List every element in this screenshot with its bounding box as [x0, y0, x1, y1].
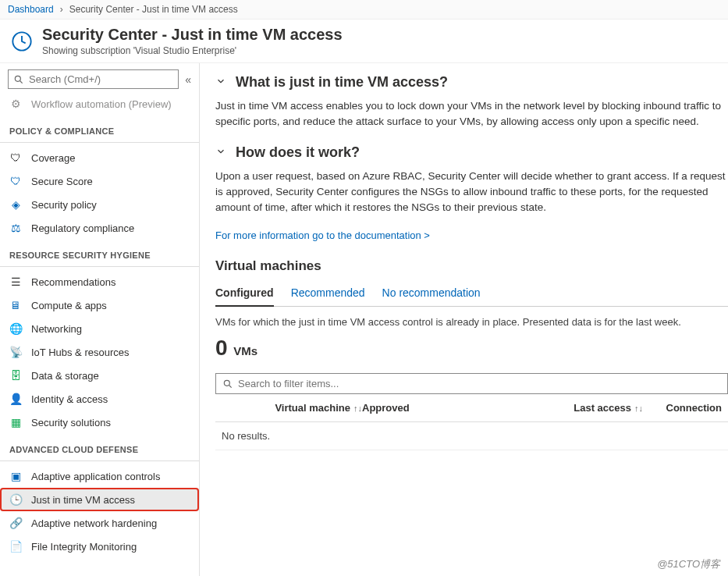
vm-count-number: 0 — [215, 336, 228, 361]
sidebar-section-policy: POLICY & COMPLIANCE — [0, 116, 199, 143]
storage-icon: 🗄 — [9, 369, 22, 382]
sidebar: « ⚙ Workflow automation (Preview) POLICY… — [0, 63, 200, 576]
sidebar-item-label: Recommendations — [31, 276, 115, 288]
sidebar-item-adaptive-network[interactable]: 🔗Adaptive network hardening — [0, 511, 199, 535]
tab-recommended[interactable]: Recommended — [291, 282, 365, 306]
svg-line-2 — [20, 80, 23, 83]
coverage-icon: 🛡 — [9, 151, 22, 164]
sidebar-item-file-integrity[interactable]: 📄File Integrity Monitoring — [0, 535, 199, 558]
file-integrity-icon: 📄 — [9, 540, 22, 553]
sidebar-item-label: Workflow automation (Preview) — [31, 98, 172, 110]
sidebar-item-label: Networking — [31, 323, 82, 335]
grid-icon: ▦ — [9, 416, 22, 428]
sidebar-item-label: File Integrity Monitoring — [31, 541, 137, 553]
network-icon: 🌐 — [9, 322, 22, 335]
filter-input[interactable] — [238, 378, 721, 389]
accordion-how-it-works[interactable]: How does it work? — [215, 144, 728, 161]
accordion-title: What is just in time VM access? — [236, 74, 448, 91]
sidebar-item-secure-score[interactable]: 🛡Secure Score — [0, 169, 199, 193]
sidebar-item-label: Coverage — [31, 152, 75, 164]
search-input-wrap[interactable] — [8, 69, 179, 89]
clock-icon: 🕒 — [9, 493, 22, 506]
breadcrumb-current: Security Center - Just in time VM access — [69, 4, 238, 15]
sidebar-item-label: Security policy — [31, 199, 97, 211]
tab-no-recommendation[interactable]: No recommendation — [382, 282, 481, 306]
vm-tabs: Configured Recommended No recommendation — [215, 282, 728, 307]
sidebar-item-jit-vm-access[interactable]: 🕒Just in time VM access — [0, 488, 199, 511]
virtual-machines-heading: Virtual machines — [215, 258, 728, 274]
sidebar-item-label: Just in time VM access — [31, 494, 135, 506]
vm-count: 0 VMs — [215, 336, 728, 361]
sidebar-item-label: Regulatory compliance — [31, 222, 134, 234]
gavel-icon: ⚖ — [9, 222, 22, 234]
vm-count-suffix: VMs — [233, 344, 257, 357]
sidebar-section-defense: ADVANCED CLOUD DEFENSE — [0, 434, 199, 461]
sidebar-item-label: Security solutions — [31, 417, 111, 428]
sidebar-item-label: Adaptive network hardening — [31, 517, 157, 529]
chevron-right-icon: › — [60, 4, 63, 15]
sidebar-item-security-policy[interactable]: ◈Security policy — [0, 193, 199, 216]
table-header: Virtual machine↑↓ Approved Last access↑↓… — [215, 394, 728, 422]
page-header: Security Center - Just in time VM access… — [0, 20, 728, 63]
sidebar-item-compute[interactable]: 🖥Compute & apps — [0, 293, 199, 317]
search-icon — [222, 379, 233, 389]
breadcrumb-root[interactable]: Dashboard — [8, 4, 54, 15]
sidebar-item-identity[interactable]: 👤Identity & access — [0, 387, 199, 411]
breadcrumb: Dashboard › Security Center - Just in ti… — [0, 0, 728, 20]
search-icon — [13, 74, 24, 85]
compute-icon: 🖥 — [9, 299, 22, 311]
documentation-link[interactable]: For more information go to the documenta… — [215, 229, 430, 241]
sidebar-item-coverage[interactable]: 🛡Coverage — [0, 146, 199, 169]
collapse-sidebar-button[interactable]: « — [185, 73, 191, 86]
tab-configured[interactable]: Configured — [215, 282, 274, 307]
sidebar-item-label: Secure Score — [31, 176, 93, 187]
column-last-access[interactable]: Last access↑↓ — [495, 402, 643, 414]
page-subtitle: Showing subscription 'Visual Studio Ente… — [42, 45, 343, 56]
sidebar-item-security-solutions[interactable]: ▦Security solutions — [0, 411, 199, 434]
list-icon: ☰ — [9, 276, 22, 288]
sort-icon: ↑↓ — [353, 404, 362, 413]
sidebar-item-workflow-automation[interactable]: ⚙ Workflow automation (Preview) — [0, 92, 199, 116]
column-connection[interactable]: Connection — [643, 402, 722, 414]
app-controls-icon: ▣ — [9, 470, 22, 482]
sidebar-item-data-storage[interactable]: 🗄Data & storage — [0, 364, 199, 387]
sidebar-section-hygiene: RESOURCE SECURITY HYGIENE — [0, 240, 199, 267]
sidebar-item-label: IoT Hubs & resources — [31, 347, 129, 358]
accordion-what-is-jit[interactable]: What is just in time VM access? — [215, 74, 728, 91]
sidebar-item-label: Identity & access — [31, 393, 108, 405]
configured-description: VMs for which the just in time VM access… — [215, 316, 728, 328]
sidebar-item-iot[interactable]: 📡IoT Hubs & resources — [0, 340, 199, 364]
chevron-down-icon — [215, 146, 226, 159]
sidebar-item-label: Adaptive application controls — [31, 471, 161, 482]
policy-icon: ◈ — [9, 198, 22, 211]
sidebar-item-recommendations[interactable]: ☰Recommendations — [0, 270, 199, 293]
shield-icon: 🛡 — [9, 175, 22, 187]
column-approved[interactable]: Approved — [362, 402, 495, 414]
clock-icon — [9, 29, 34, 54]
sidebar-item-label: Compute & apps — [31, 300, 107, 311]
watermark: @51CTO博客 — [657, 557, 720, 571]
sidebar-item-regulatory-compliance[interactable]: ⚖Regulatory compliance — [0, 216, 199, 240]
svg-point-3 — [224, 380, 229, 386]
sort-icon: ↑↓ — [634, 404, 643, 413]
chevron-down-icon — [215, 76, 226, 89]
accordion-body-how-it-works: Upon a user request, based on Azure RBAC… — [215, 169, 728, 216]
sidebar-item-label: Data & storage — [31, 370, 99, 382]
svg-line-4 — [229, 386, 232, 388]
filter-input-wrap[interactable] — [215, 373, 728, 394]
page-title: Security Center - Just in time VM access — [42, 26, 343, 44]
sidebar-item-adaptive-app[interactable]: ▣Adaptive application controls — [0, 464, 199, 488]
table-empty-row: No results. — [215, 422, 728, 450]
main-content: What is just in time VM access? Just in … — [200, 63, 728, 576]
column-virtual-machine[interactable]: Virtual machine↑↓ — [222, 402, 362, 414]
workflow-icon: ⚙ — [9, 98, 22, 110]
search-input[interactable] — [29, 73, 173, 85]
identity-icon: 👤 — [9, 393, 22, 405]
iot-icon: 📡 — [9, 346, 22, 358]
network-hardening-icon: 🔗 — [9, 517, 22, 529]
svg-point-1 — [15, 76, 20, 81]
sidebar-item-networking[interactable]: 🌐Networking — [0, 317, 199, 340]
accordion-title: How does it work? — [236, 144, 360, 161]
accordion-body-what-is-jit: Just in time VM access enables you to lo… — [215, 98, 728, 130]
